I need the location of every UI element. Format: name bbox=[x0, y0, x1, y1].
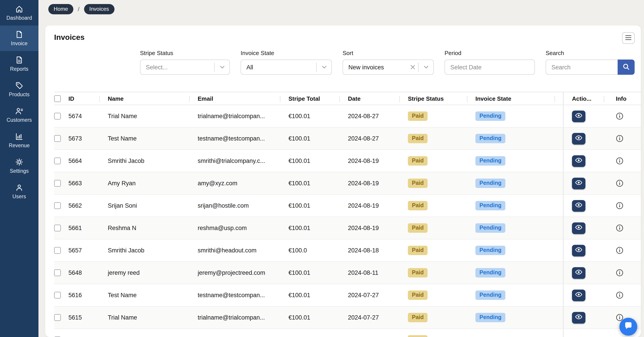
sort-select[interactable]: New invoices bbox=[342, 60, 434, 75]
invoice-state-select[interactable]: All bbox=[240, 60, 332, 75]
table-options-button[interactable] bbox=[622, 32, 634, 44]
cell-stripe-total: €100.01 bbox=[288, 195, 348, 217]
cell-id: 5664 bbox=[68, 150, 108, 172]
eye-icon bbox=[575, 292, 582, 298]
row-checkbox[interactable] bbox=[54, 314, 61, 321]
row-checkbox[interactable] bbox=[54, 292, 61, 298]
breadcrumb-home[interactable]: Home bbox=[48, 4, 73, 14]
cell-id: 5657 bbox=[68, 239, 108, 261]
info-icon[interactable] bbox=[616, 224, 624, 232]
table-row: 5661 Reshma N reshma@usp.com €100.01 202… bbox=[54, 217, 641, 239]
page-title: Invoices bbox=[54, 33, 84, 42]
row-checkbox-cell bbox=[54, 329, 68, 337]
sidebar-item-products[interactable]: Products bbox=[0, 77, 38, 102]
view-invoice-button[interactable] bbox=[572, 177, 586, 189]
sidebar-item-customers[interactable]: Customers bbox=[0, 102, 38, 128]
search-button[interactable] bbox=[618, 60, 634, 75]
cell-id: 5662 bbox=[68, 195, 108, 217]
column-header-stripe-status: Stripe Status bbox=[408, 92, 476, 105]
row-checkbox-cell bbox=[54, 239, 68, 261]
row-checkbox[interactable] bbox=[54, 158, 61, 164]
settings-icon bbox=[15, 158, 23, 166]
cell-stripe-total: €100.01 bbox=[288, 150, 348, 172]
cell-name: Srijan Soni bbox=[108, 202, 137, 209]
chevron-down-icon bbox=[317, 66, 332, 69]
row-checkbox[interactable] bbox=[54, 247, 61, 254]
eye-icon bbox=[575, 113, 582, 120]
cell-stripe-total: €100.01 bbox=[288, 284, 348, 306]
invoice-state-badge: Pending bbox=[476, 111, 506, 121]
row-checkbox-cell bbox=[54, 172, 68, 194]
chat-icon bbox=[624, 321, 633, 332]
sidebar-item-reports[interactable]: Reports bbox=[0, 51, 38, 77]
table-row: Paid bbox=[54, 329, 641, 337]
view-invoice-button[interactable] bbox=[572, 155, 586, 167]
sidebar-item-dashboard[interactable]: Dashboard bbox=[0, 0, 38, 26]
breadcrumb-invoices[interactable]: Invoices bbox=[84, 4, 114, 14]
row-checkbox[interactable] bbox=[54, 202, 61, 209]
cell-stripe-total: €100.0 bbox=[288, 239, 348, 261]
cell-date: 2024-08-19 bbox=[348, 150, 408, 172]
home-icon bbox=[15, 5, 23, 13]
view-invoice-button[interactable] bbox=[572, 245, 586, 256]
cell-date: 2024-08-18 bbox=[348, 239, 408, 261]
row-checkbox-cell bbox=[54, 195, 68, 217]
stripe-status-select[interactable]: Select... bbox=[140, 60, 230, 75]
info-icon[interactable] bbox=[616, 112, 624, 120]
stripe-status-badge: Paid bbox=[408, 179, 428, 188]
invoice-state-badge: Pending bbox=[476, 201, 506, 210]
row-checkbox[interactable] bbox=[54, 113, 61, 120]
cell-email: jeremy@projectreed.com bbox=[198, 269, 265, 276]
info-icon[interactable] bbox=[616, 157, 624, 165]
row-checkbox[interactable] bbox=[54, 135, 61, 142]
cell-id: 5661 bbox=[68, 217, 108, 239]
select-all-checkbox[interactable] bbox=[54, 95, 61, 102]
cell-id: 5674 bbox=[68, 105, 108, 127]
info-icon[interactable] bbox=[616, 291, 624, 299]
view-invoice-button[interactable] bbox=[572, 200, 586, 211]
cell-date: 2024-07-27 bbox=[348, 306, 408, 328]
invoice-state-badge: Pending bbox=[476, 246, 506, 255]
view-invoice-button[interactable] bbox=[572, 267, 586, 279]
cell-name: Trial Name bbox=[108, 314, 137, 321]
info-icon[interactable] bbox=[616, 179, 624, 187]
invoice-state-badge: Pending bbox=[476, 179, 506, 188]
column-header-stripe-total: Stripe Total bbox=[288, 92, 348, 105]
info-icon[interactable] bbox=[616, 135, 624, 142]
filters-bar: Stripe Status Select... Invoice State Al… bbox=[45, 44, 641, 75]
info-icon[interactable] bbox=[616, 269, 624, 277]
table-row: 5674 Trial Name trialname@trialcompan...… bbox=[54, 105, 641, 128]
sidebar-item-label: Invoice bbox=[11, 41, 28, 46]
sidebar-item-label: Products bbox=[9, 92, 30, 97]
view-invoice-button[interactable] bbox=[572, 222, 586, 234]
search-input[interactable] bbox=[546, 60, 618, 75]
view-invoice-button[interactable] bbox=[572, 289, 586, 301]
view-invoice-button[interactable] bbox=[572, 110, 586, 122]
stripe-status-label: Stripe Status bbox=[140, 50, 230, 56]
info-icon[interactable] bbox=[616, 202, 624, 209]
row-checkbox[interactable] bbox=[54, 180, 61, 187]
stripe-status-badge: Paid bbox=[408, 313, 428, 322]
row-checkbox-cell bbox=[54, 306, 68, 328]
sidebar-item-revenue[interactable]: Revenue bbox=[0, 128, 38, 153]
sidebar-item-settings[interactable]: Settings bbox=[0, 153, 38, 179]
stripe-status-badge: Paid bbox=[408, 246, 428, 255]
search-filter: Search bbox=[546, 50, 634, 75]
sidebar: Dashboard Invoice Reports Products Custo… bbox=[0, 0, 38, 337]
row-checkbox[interactable] bbox=[54, 269, 61, 276]
sort-label: Sort bbox=[342, 50, 434, 56]
view-invoice-button[interactable] bbox=[572, 133, 586, 144]
row-checkbox-cell bbox=[54, 284, 68, 306]
view-invoice-button[interactable] bbox=[572, 312, 586, 323]
chat-bubble-button[interactable] bbox=[620, 318, 637, 336]
sidebar-item-invoice[interactable]: Invoice bbox=[0, 26, 38, 51]
sidebar-item-users[interactable]: Users bbox=[0, 179, 38, 204]
breadcrumb: Home / Invoices bbox=[45, 0, 641, 14]
clear-sort-icon[interactable] bbox=[408, 65, 418, 69]
row-checkbox-cell bbox=[54, 128, 68, 149]
period-date-input[interactable] bbox=[444, 60, 535, 75]
stripe-status-badge: Paid bbox=[408, 290, 428, 300]
eye-icon bbox=[575, 202, 582, 209]
row-checkbox[interactable] bbox=[54, 225, 61, 231]
info-icon[interactable] bbox=[616, 247, 624, 254]
